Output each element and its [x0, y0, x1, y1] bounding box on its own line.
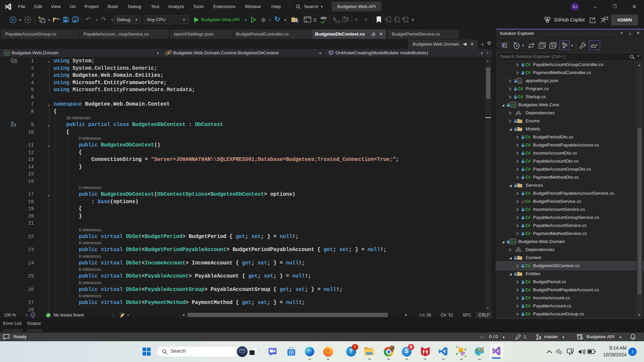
svg-text:C#: C# [5, 52, 9, 55]
svg-text:{}: {} [518, 80, 521, 83]
svg-text:C#: C# [511, 240, 515, 243]
svg-text:C#: C# [511, 103, 515, 107]
